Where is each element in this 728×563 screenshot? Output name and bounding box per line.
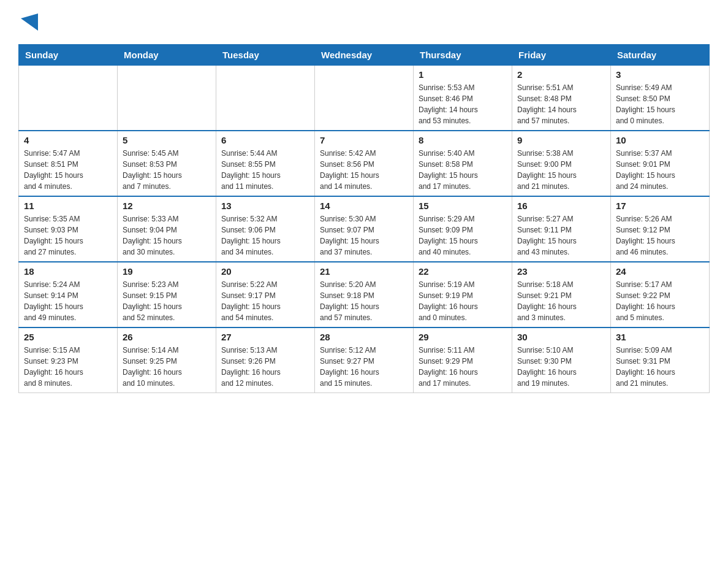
- table-row: 27Sunrise: 5:13 AM Sunset: 9:26 PM Dayli…: [216, 327, 315, 393]
- calendar-week-row: 18Sunrise: 5:24 AM Sunset: 9:14 PM Dayli…: [19, 262, 710, 327]
- day-number: 26: [123, 332, 211, 342]
- table-row: 10Sunrise: 5:37 AM Sunset: 9:01 PM Dayli…: [611, 131, 710, 196]
- calendar-header-row: Sunday Monday Tuesday Wednesday Thursday…: [19, 45, 710, 66]
- table-row: 11Sunrise: 5:35 AM Sunset: 9:03 PM Dayli…: [19, 196, 118, 262]
- day-info: Sunrise: 5:22 AM Sunset: 9:17 PM Dayligh…: [221, 279, 309, 323]
- day-info: Sunrise: 5:35 AM Sunset: 9:03 PM Dayligh…: [24, 213, 112, 258]
- day-info: Sunrise: 5:18 AM Sunset: 9:21 PM Dayligh…: [517, 279, 605, 323]
- col-wednesday: Wednesday: [315, 45, 414, 66]
- day-number: 13: [221, 201, 309, 211]
- day-info: Sunrise: 5:49 AM Sunset: 8:50 PM Dayligh…: [616, 82, 704, 126]
- table-row: 29Sunrise: 5:11 AM Sunset: 9:29 PM Dayli…: [414, 327, 512, 393]
- table-row: 17Sunrise: 5:26 AM Sunset: 9:12 PM Dayli…: [611, 196, 710, 262]
- table-row: 22Sunrise: 5:19 AM Sunset: 9:19 PM Dayli…: [414, 262, 512, 327]
- day-number: 25: [24, 332, 112, 342]
- table-row: 2Sunrise: 5:51 AM Sunset: 8:48 PM Daylig…: [512, 66, 611, 131]
- calendar-table: Sunday Monday Tuesday Wednesday Thursday…: [18, 44, 710, 393]
- page-header: [18, 12, 710, 38]
- table-row: 16Sunrise: 5:27 AM Sunset: 9:11 PM Dayli…: [512, 196, 611, 262]
- calendar-week-row: 4Sunrise: 5:47 AM Sunset: 8:51 PM Daylig…: [19, 131, 710, 196]
- logo: [18, 12, 38, 38]
- day-info: Sunrise: 5:47 AM Sunset: 8:51 PM Dayligh…: [24, 148, 112, 192]
- table-row: 30Sunrise: 5:10 AM Sunset: 9:30 PM Dayli…: [512, 327, 611, 393]
- day-number: 30: [517, 332, 605, 342]
- day-info: Sunrise: 5:44 AM Sunset: 8:55 PM Dayligh…: [221, 148, 309, 192]
- day-number: 11: [24, 201, 112, 211]
- calendar-week-row: 25Sunrise: 5:15 AM Sunset: 9:23 PM Dayli…: [19, 327, 710, 393]
- svg-marker-0: [21, 13, 38, 31]
- table-row: 26Sunrise: 5:14 AM Sunset: 9:25 PM Dayli…: [118, 327, 216, 393]
- day-number: 28: [320, 332, 408, 342]
- table-row: 12Sunrise: 5:33 AM Sunset: 9:04 PM Dayli…: [118, 196, 216, 262]
- table-row: 1Sunrise: 5:53 AM Sunset: 8:46 PM Daylig…: [414, 66, 512, 131]
- day-info: Sunrise: 5:26 AM Sunset: 9:12 PM Dayligh…: [616, 213, 704, 258]
- table-row: 9Sunrise: 5:38 AM Sunset: 9:00 PM Daylig…: [512, 131, 611, 196]
- day-number: 19: [123, 266, 211, 277]
- day-info: Sunrise: 5:40 AM Sunset: 8:58 PM Dayligh…: [419, 148, 507, 192]
- day-number: 16: [517, 201, 605, 211]
- day-number: 17: [616, 201, 704, 211]
- day-info: Sunrise: 5:13 AM Sunset: 9:26 PM Dayligh…: [221, 345, 309, 389]
- day-info: Sunrise: 5:38 AM Sunset: 9:00 PM Dayligh…: [517, 148, 605, 192]
- day-number: 2: [517, 69, 605, 80]
- table-row: 25Sunrise: 5:15 AM Sunset: 9:23 PM Dayli…: [19, 327, 118, 393]
- day-number: 7: [320, 135, 408, 145]
- day-number: 5: [123, 135, 211, 145]
- day-number: 24: [616, 266, 704, 277]
- table-row: 28Sunrise: 5:12 AM Sunset: 9:27 PM Dayli…: [315, 327, 414, 393]
- day-info: Sunrise: 5:27 AM Sunset: 9:11 PM Dayligh…: [517, 213, 605, 258]
- day-number: 12: [123, 201, 211, 211]
- day-info: Sunrise: 5:23 AM Sunset: 9:15 PM Dayligh…: [123, 279, 211, 323]
- table-row: [315, 66, 414, 131]
- col-sunday: Sunday: [19, 45, 118, 66]
- table-row: 19Sunrise: 5:23 AM Sunset: 9:15 PM Dayli…: [118, 262, 216, 327]
- calendar-week-row: 1Sunrise: 5:53 AM Sunset: 8:46 PM Daylig…: [19, 66, 710, 131]
- table-row: [216, 66, 315, 131]
- table-row: 18Sunrise: 5:24 AM Sunset: 9:14 PM Dayli…: [19, 262, 118, 327]
- table-row: [19, 66, 118, 131]
- table-row: 13Sunrise: 5:32 AM Sunset: 9:06 PM Dayli…: [216, 196, 315, 262]
- day-info: Sunrise: 5:11 AM Sunset: 9:29 PM Dayligh…: [419, 345, 507, 389]
- day-info: Sunrise: 5:20 AM Sunset: 9:18 PM Dayligh…: [320, 279, 408, 323]
- table-row: 5Sunrise: 5:45 AM Sunset: 8:53 PM Daylig…: [118, 131, 216, 196]
- col-tuesday: Tuesday: [216, 45, 315, 66]
- calendar-week-row: 11Sunrise: 5:35 AM Sunset: 9:03 PM Dayli…: [19, 196, 710, 262]
- day-number: 4: [24, 135, 112, 145]
- day-info: Sunrise: 5:09 AM Sunset: 9:31 PM Dayligh…: [616, 345, 704, 389]
- day-info: Sunrise: 5:30 AM Sunset: 9:07 PM Dayligh…: [320, 213, 408, 258]
- day-number: 6: [221, 135, 309, 145]
- table-row: 20Sunrise: 5:22 AM Sunset: 9:17 PM Dayli…: [216, 262, 315, 327]
- table-row: 7Sunrise: 5:42 AM Sunset: 8:56 PM Daylig…: [315, 131, 414, 196]
- day-number: 15: [419, 201, 507, 211]
- table-row: 6Sunrise: 5:44 AM Sunset: 8:55 PM Daylig…: [216, 131, 315, 196]
- col-saturday: Saturday: [611, 45, 710, 66]
- day-info: Sunrise: 5:37 AM Sunset: 9:01 PM Dayligh…: [616, 148, 704, 192]
- col-monday: Monday: [118, 45, 216, 66]
- day-info: Sunrise: 5:14 AM Sunset: 9:25 PM Dayligh…: [123, 345, 211, 389]
- day-info: Sunrise: 5:19 AM Sunset: 9:19 PM Dayligh…: [419, 279, 507, 323]
- table-row: 4Sunrise: 5:47 AM Sunset: 8:51 PM Daylig…: [19, 131, 118, 196]
- logo-icon: [21, 13, 38, 38]
- day-info: Sunrise: 5:10 AM Sunset: 9:30 PM Dayligh…: [517, 345, 605, 389]
- day-number: 31: [616, 332, 704, 342]
- day-info: Sunrise: 5:17 AM Sunset: 9:22 PM Dayligh…: [616, 279, 704, 323]
- day-number: 22: [419, 266, 507, 277]
- table-row: 21Sunrise: 5:20 AM Sunset: 9:18 PM Dayli…: [315, 262, 414, 327]
- day-info: Sunrise: 5:24 AM Sunset: 9:14 PM Dayligh…: [24, 279, 112, 323]
- day-info: Sunrise: 5:33 AM Sunset: 9:04 PM Dayligh…: [123, 213, 211, 258]
- day-info: Sunrise: 5:42 AM Sunset: 8:56 PM Dayligh…: [320, 148, 408, 192]
- col-thursday: Thursday: [414, 45, 512, 66]
- day-number: 21: [320, 266, 408, 277]
- day-info: Sunrise: 5:12 AM Sunset: 9:27 PM Dayligh…: [320, 345, 408, 389]
- table-row: 15Sunrise: 5:29 AM Sunset: 9:09 PM Dayli…: [414, 196, 512, 262]
- table-row: [118, 66, 216, 131]
- day-number: 9: [517, 135, 605, 145]
- day-number: 14: [320, 201, 408, 211]
- day-info: Sunrise: 5:32 AM Sunset: 9:06 PM Dayligh…: [221, 213, 309, 258]
- day-info: Sunrise: 5:45 AM Sunset: 8:53 PM Dayligh…: [123, 148, 211, 192]
- table-row: 3Sunrise: 5:49 AM Sunset: 8:50 PM Daylig…: [611, 66, 710, 131]
- day-info: Sunrise: 5:15 AM Sunset: 9:23 PM Dayligh…: [24, 345, 112, 389]
- table-row: 8Sunrise: 5:40 AM Sunset: 8:58 PM Daylig…: [414, 131, 512, 196]
- day-number: 23: [517, 266, 605, 277]
- table-row: 23Sunrise: 5:18 AM Sunset: 9:21 PM Dayli…: [512, 262, 611, 327]
